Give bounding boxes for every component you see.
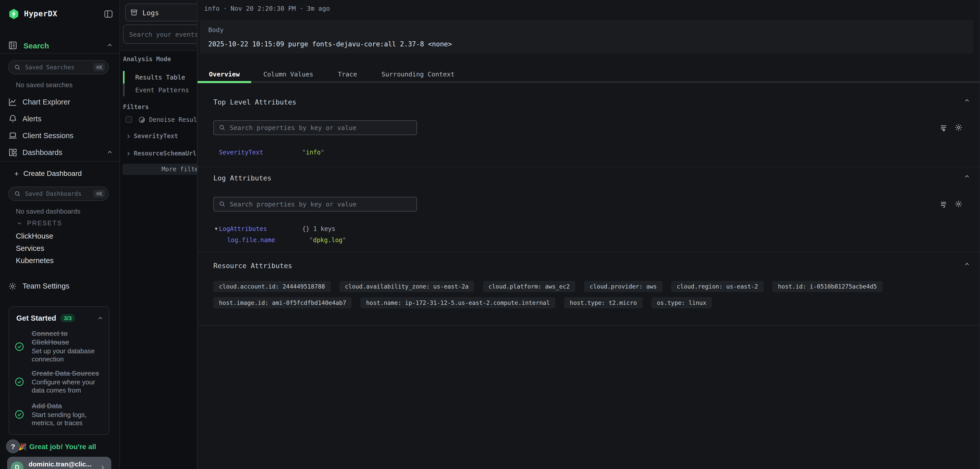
sidebar-item-team-settings[interactable]: Team Settings	[8, 280, 69, 292]
search-icon	[219, 201, 226, 208]
checkbox[interactable]	[126, 116, 132, 123]
filter-group-label: SeverityText	[134, 133, 178, 140]
saved-searches-input[interactable]: Saved Searches ⌘K	[8, 60, 109, 74]
search-icon	[14, 64, 21, 71]
log-body-text: 2025-10-22 10:15:09 purge fonts-dejavu-c…	[208, 40, 452, 48]
denoise-label: Denoise Results	[149, 116, 197, 123]
hyperdx-logo-icon	[8, 8, 19, 20]
get-started-item-connect[interactable]: Connect to ClickHouse Set up your databa…	[14, 329, 105, 363]
resource-chip[interactable]: host.id: i-0510b81275acbe4d5	[772, 281, 883, 292]
task-subtitle: Set up your database connection	[32, 347, 105, 363]
property-search-input[interactable]: Search properties by key or value	[213, 197, 417, 212]
app-title: HyperDX	[24, 9, 57, 18]
property-search-placeholder: Search properties by key or value	[230, 124, 356, 132]
property-search-input[interactable]: Search properties by key or value	[213, 120, 417, 135]
mode-event-patterns[interactable]: Event Patterns	[123, 84, 189, 97]
sidebar-item-alerts[interactable]: Alerts	[8, 110, 113, 127]
sidebar-item-dashboards[interactable]: Dashboards	[8, 144, 113, 161]
quote-mark: "	[342, 236, 346, 244]
analysis-mode-label: Analysis Mode	[123, 55, 171, 63]
get-started-item-datasources[interactable]: Create Data Sources Configure where your…	[14, 369, 105, 395]
tab-column-values[interactable]: Column Values	[251, 70, 326, 78]
sidebar-item-chart-explorer[interactable]: Chart Explorer	[8, 93, 113, 110]
attribute-key[interactable]: log.file.name	[227, 236, 275, 244]
tab-overview[interactable]: Overview	[197, 70, 251, 78]
collapse-section-icon[interactable]	[964, 173, 970, 180]
create-dashboard-label: Create Dashboard	[24, 169, 82, 177]
tab-surrounding-context[interactable]: Surrounding Context	[369, 70, 467, 78]
user-account-button[interactable]: D dominic.tran@clic... dominic.tran@clic…	[7, 457, 111, 469]
divider	[0, 161, 119, 162]
help-button[interactable]: ?	[6, 439, 20, 453]
wrap-lines-icon[interactable]	[940, 200, 947, 208]
chevron-down-icon	[16, 220, 22, 227]
app-window: HyperDX Search Saved Searches ⌘K No save…	[0, 0, 980, 469]
filter-group-resourceschemaurl[interactable]: ResourceSchemaUrl	[126, 149, 197, 157]
presets-toggle[interactable]: PRESETS	[16, 219, 62, 227]
resource-chip-row: cloud.account.id: 244449518788 cloud.ava…	[213, 281, 974, 292]
active-tab-underline	[197, 81, 251, 83]
gear-icon	[8, 282, 17, 290]
event-detail-panel: info·Nov 20 2:20:30 PM·3m ago Body 2025-…	[197, 0, 980, 469]
event-meta: info·Nov 20 2:20:30 PM·3m ago	[204, 5, 330, 12]
active-mode-indicator	[123, 71, 124, 84]
resource-chip[interactable]: cloud.provider: aws	[584, 281, 662, 292]
resource-chip[interactable]: os.type: linux	[651, 297, 712, 308]
tree-expand-caret[interactable]: ▾	[215, 226, 218, 231]
separator: ·	[223, 5, 227, 12]
resource-chip[interactable]: host.type: t2.micro	[564, 297, 643, 308]
preset-services[interactable]: Services	[16, 244, 44, 254]
user-name: dominic.tran@clic...	[29, 460, 99, 468]
sidebar-collapse-icon[interactable]	[103, 9, 113, 19]
saved-dashboards-input[interactable]: Saved Dashboards ⌘K	[8, 187, 109, 201]
gear-icon[interactable]	[955, 200, 963, 208]
collapse-section-icon[interactable]	[964, 261, 970, 268]
filter-group-label: ResourceSchemaUrl	[134, 150, 197, 157]
attribute-key[interactable]: SeverityText	[219, 149, 263, 156]
resource-chip[interactable]: cloud.availability_zone: us-east-2a	[339, 281, 474, 292]
preset-clickhouse[interactable]: ClickHouse	[16, 232, 53, 241]
chevron-right-icon	[126, 133, 131, 139]
chevron-up-icon[interactable]	[106, 42, 113, 49]
wrap-lines-icon[interactable]	[940, 124, 947, 132]
tab-trace[interactable]: Trace	[326, 70, 369, 78]
denoise-results-option[interactable]: Denoise Results	[126, 116, 197, 124]
attribute-key[interactable]: LogAttributes	[219, 225, 267, 233]
preset-kubernetes[interactable]: Kubernetes	[16, 257, 54, 266]
get-started-title: Get Started	[16, 314, 56, 322]
severity-text: info	[204, 5, 220, 12]
gear-icon[interactable]	[955, 124, 963, 132]
quote-mark: "	[302, 149, 306, 156]
get-started-item-add-data[interactable]: Add Data Start sending logs, metrics, or…	[14, 402, 105, 427]
check-circle-icon	[14, 377, 24, 387]
plus-icon: +	[14, 169, 19, 177]
chevron-up-icon[interactable]	[106, 149, 113, 156]
resource-chip[interactable]: cloud.region: us-east-2	[671, 281, 764, 292]
attribute-value[interactable]: "info"	[302, 149, 325, 156]
resource-chip[interactable]: host.image.id: ami-0f5fcdfbd140e4ab7	[213, 297, 352, 308]
event-search-input[interactable]: Search your events	[123, 24, 197, 44]
quote-mark: "	[309, 236, 313, 244]
search-icon	[14, 190, 21, 197]
sidebar-item-search[interactable]: Search	[8, 40, 113, 51]
no-saved-searches-note: No saved searches	[16, 81, 73, 89]
more-filters-button[interactable]: More filters	[123, 164, 197, 175]
resource-chip[interactable]: cloud.platform: aws_ec2	[483, 281, 576, 292]
nav-label: Dashboards	[22, 148, 62, 156]
create-dashboard-button[interactable]: + Create Dashboard	[14, 168, 82, 178]
attribute-value[interactable]: "dpkg.log"	[309, 236, 346, 244]
source-selector-button[interactable]: Logs	[125, 3, 197, 21]
chevron-up-icon[interactable]	[97, 315, 103, 322]
mode-results-table[interactable]: Results Table	[123, 71, 185, 84]
denoise-icon	[138, 116, 145, 123]
search-filters-panel: Logs Search your events Analysis Mode Re…	[120, 0, 197, 469]
filter-group-severitytext[interactable]: SeverityText	[126, 132, 178, 140]
source-label: Logs	[142, 8, 159, 17]
resource-chip[interactable]: host.name: ip-172-31-12-5.us-east-2.comp…	[361, 297, 555, 308]
resource-chip[interactable]: cloud.account.id: 244449518788	[213, 281, 331, 292]
collapse-section-icon[interactable]	[964, 97, 970, 104]
sidebar-item-client-sessions[interactable]: Client Sessions	[8, 127, 113, 144]
get-started-header[interactable]: Get Started 3/3	[16, 314, 103, 322]
chevron-right-icon	[99, 464, 106, 469]
no-saved-dashboards-note: No saved dashboards	[16, 208, 80, 215]
